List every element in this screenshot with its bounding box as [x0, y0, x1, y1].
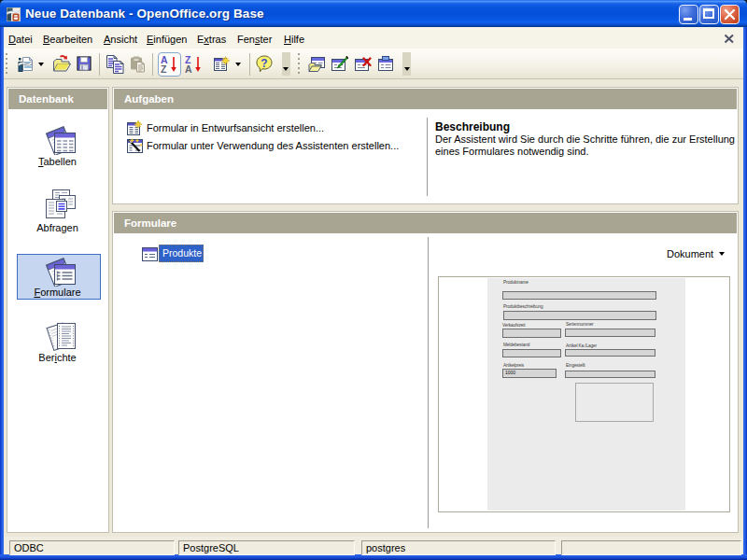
svg-text:Z: Z	[161, 63, 167, 74]
svg-text:A: A	[185, 63, 192, 74]
svg-text:?: ?	[261, 57, 267, 70]
